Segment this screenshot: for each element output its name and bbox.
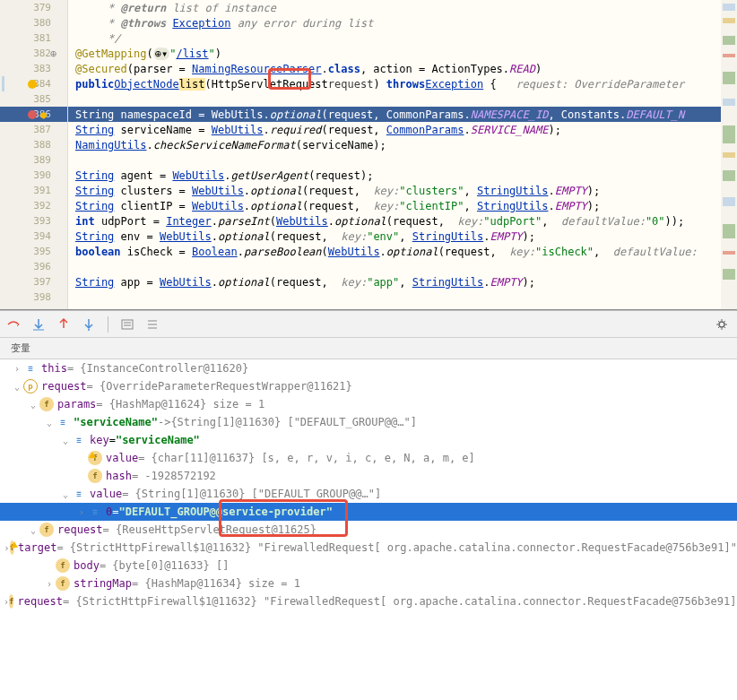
line-number: 379 — [33, 2, 51, 13]
tree-twisty-icon[interactable]: ⌄ — [43, 418, 56, 428]
variable-row[interactable]: ⌄fparams = {HashMap@11624} size = 1 — [0, 395, 737, 413]
field-icon: f — [56, 558, 70, 573]
variable-row[interactable]: ›≡this = {InstanceController@11620} — [0, 359, 737, 377]
variable-row[interactable]: fvalue = {char[11]@11637} [s, e, r, v, i… — [0, 449, 737, 467]
line-number: 380 — [33, 17, 51, 29]
tree-twisty-icon[interactable]: › — [43, 579, 56, 589]
line-number: 397 — [33, 276, 51, 288]
highlight-box-service-provider — [219, 499, 348, 537]
line-number: 389 — [33, 154, 51, 166]
svg-point-1 — [88, 329, 90, 331]
line-number: 398 — [33, 291, 51, 303]
variable-row[interactable]: ›frequest = {StrictHttpFirewall$1@11632}… — [0, 592, 737, 610]
step-out-icon[interactable] — [56, 316, 72, 333]
variable-row[interactable]: ›fstringMap = {HashMap@11634} size = 1 — [0, 575, 737, 592]
array-element-icon: ≡ — [88, 505, 102, 519]
line-number: 394 — [33, 230, 51, 242]
tree-twisty-icon[interactable]: ⌄ — [11, 382, 23, 392]
editor-gutter[interactable]: 379 380 381 382⊕ 383 384 385 386● 387 38… — [0, 0, 68, 309]
line-number: 382 — [33, 48, 51, 59]
editor-minimap[interactable] — [721, 0, 737, 309]
tree-twisty-icon[interactable]: ⌄ — [59, 489, 72, 499]
trace-icon[interactable] — [144, 316, 160, 333]
variable-row[interactable]: fbody = {byte[0]@11633} [] — [0, 557, 737, 575]
code-content[interactable]: * @return list of instance * @throws Exc… — [68, 0, 737, 309]
run-to-cursor-icon[interactable] — [81, 316, 97, 333]
line-number: 396 — [33, 261, 51, 272]
line-number: 385 — [33, 93, 51, 105]
tree-twisty-icon[interactable]: › — [75, 507, 88, 517]
entry-icon: ≡ — [56, 415, 70, 429]
line-number: 387 — [33, 124, 51, 135]
code-editor[interactable]: 379 380 381 382⊕ 383 384 385 386● 387 38… — [0, 0, 737, 309]
variable-row[interactable]: ⌄prequest = {OverrideParameterRequestWra… — [0, 377, 737, 395]
param-icon: p — [23, 379, 38, 393]
step-over-icon[interactable] — [5, 316, 22, 333]
variable-row[interactable]: fhash = -1928572192 — [0, 467, 737, 485]
line-number: 381 — [33, 32, 51, 44]
field-icon: f — [9, 594, 13, 609]
field-icon: f — [39, 523, 54, 537]
field-icon: f — [56, 576, 70, 591]
tree-twisty-icon[interactable]: ⌄ — [27, 525, 39, 535]
field-icon: f — [10, 540, 14, 555]
variables-panel[interactable]: ›≡this = {InstanceController@11620}⌄preq… — [0, 359, 737, 700]
line-number: 391 — [33, 185, 51, 196]
debug-toolbar — [0, 311, 737, 338]
line-number: 393 — [33, 215, 51, 227]
field-icon: f — [39, 397, 54, 411]
variable-row[interactable]: ⌄frequest = {ReuseHttpServletRequest@116… — [0, 521, 737, 539]
variable-row[interactable]: ⌄≡key = "serviceName" — [0, 431, 737, 449]
svg-point-8 — [719, 322, 724, 327]
line-number: 395 — [33, 246, 51, 257]
entry-icon: ≡ — [23, 361, 38, 376]
tree-twisty-icon[interactable]: ⌄ — [27, 400, 39, 410]
variable-row[interactable]: ⌄≡value = {String[1]@11630} ["DEFAULT_GR… — [0, 485, 737, 503]
tree-twisty-icon[interactable]: ⌄ — [59, 436, 72, 445]
line-number: 392 — [33, 200, 51, 212]
debug-tabs: 变量 — [0, 338, 737, 359]
variables-tab[interactable]: 变量 — [4, 338, 38, 359]
tree-twisty-icon[interactable]: › — [11, 364, 23, 374]
entry-icon: ≡ — [72, 433, 86, 447]
breakpoint-icon[interactable] — [28, 110, 37, 119]
field-icon: f — [88, 451, 102, 465]
line-number: 383 — [33, 63, 51, 74]
evaluate-icon[interactable] — [119, 316, 135, 333]
line-number: 390 — [33, 169, 51, 181]
field-icon: f — [88, 469, 102, 483]
line-number: 388 — [33, 139, 51, 151]
highlight-box-list-method — [268, 68, 311, 90]
svg-rect-2 — [122, 320, 133, 329]
variable-row[interactable]: ⌄≡"serviceName" -> {String[1]@11630} ["D… — [0, 413, 737, 431]
entry-icon: ≡ — [72, 487, 86, 501]
step-into-icon[interactable] — [30, 316, 47, 333]
settings-icon[interactable] — [714, 316, 730, 333]
variable-row[interactable]: ›ftarget = {StrictHttpFirewall$1@11632} … — [0, 539, 737, 557]
variable-row[interactable]: ›≡0 = "DEFAULT_GROUP@@service-provider" — [0, 503, 737, 521]
